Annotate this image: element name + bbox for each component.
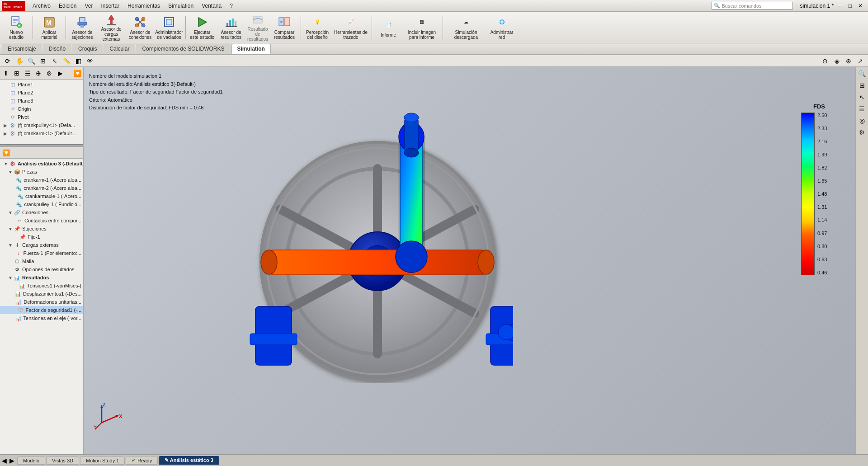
tree-crankpulley-piece[interactable]: 🔩 crankpulley-1 (-Fundició... [0,200,83,208]
lp-btn-play[interactable]: ▶ [55,68,65,78]
toolbar-simulacion-descargada[interactable]: ☁ Simulación descargada [446,14,486,41]
tree-plane1[interactable]: ◫ Plane1 [0,80,83,89]
bottom-tab-analisis[interactable]: ✎ Análisis estático 3 [159,456,219,465]
menu-insertar[interactable]: Insertar [97,2,123,10]
vp-view-btn[interactable]: 👁 [85,56,95,66]
bottom-tab-nav-right[interactable]: ▶ [9,457,14,464]
menu-ventana[interactable]: Ventana [198,2,225,10]
tree-crankarm2-piece[interactable]: 🔩 crankarm-2 (-Acero alea... [0,184,83,192]
lp-btn-list[interactable]: ☰ [23,68,33,78]
tab-simulation[interactable]: Simulation [231,44,271,54]
toolbar-incluir-imagen[interactable]: 🖼 Incluir imagen para informe [404,14,440,41]
lp2-btn-filter[interactable]: 🔽 [1,148,11,158]
origin-expand [4,107,8,111]
tree-pivot[interactable]: ⟳ Pivot [0,113,83,121]
svg-point-57 [404,113,419,122]
vp-extra2[interactable]: ◈ [832,56,842,66]
tree-plane3[interactable]: ◫ Plane3 [0,97,83,105]
window-maximize[interactable]: □ [847,3,854,9]
bottom-tab-nav-left[interactable]: ◀ [2,457,7,464]
bottom-tab-modelo[interactable]: Modelo [17,457,45,465]
tree-contactos[interactable]: ↔ Contactos entre compor... [0,217,83,225]
vp-measure-btn[interactable]: 📏 [61,56,71,66]
tree-deformaciones[interactable]: 📊 Deformaciones unitarias... [0,298,83,306]
vp-fit-btn[interactable]: ⊞ [38,56,48,66]
tree-resultados[interactable]: ▼ 📊 Resultados [0,273,83,282]
menu-help[interactable]: ? [226,2,236,10]
menu-archivo[interactable]: Archivo [29,2,54,10]
menu-simulation[interactable]: Simulation [165,2,197,10]
toolbar-comparar-resultados[interactable]: ≈ Comparar resultados [271,14,298,41]
rp-btn-6[interactable]: ⚙ [857,127,867,137]
tree-tensiones-eje[interactable]: 📊 Tensiones en el eje (-vor... [0,314,83,322]
lp-btn-grid[interactable]: ⊞ [12,68,22,78]
tree-piezas[interactable]: ▼ 📦 Piezas [0,168,83,176]
toolbar-nuevo-estudio[interactable]: + Nuevo estudio [3,14,30,41]
toolbar-resultado-deformada[interactable]: Resultado de resultados [246,14,269,41]
toolbar-asesor-sujeciones[interactable]: Asesor de sujeciones [69,14,96,41]
crankpulleyp-icon: 🔩 [15,201,23,208]
toolbar-aplicar-material[interactable]: M Aplicar material [36,14,63,41]
tree-origin[interactable]: ✛ Origin [0,105,83,113]
rp-btn-5[interactable]: ◎ [857,116,867,126]
toolbar-asesor-resultados[interactable]: Asesor de resultados [217,14,245,41]
tree-malla[interactable]: ⬡ Malla [0,257,83,265]
tree-tensiones1[interactable]: 📊 Tensiones1 (-vonMises-) [0,282,83,290]
vp-extra4[interactable]: ↗ [855,56,865,66]
tree-crankpulley1[interactable]: ▶ ⚙ (f) crankpulley<1> (Defa... [0,121,83,129]
tree-analisis-root[interactable]: ▼ ⚙ Análisis estático 3 (-Default-) [0,160,83,168]
menu-edicion[interactable]: Edición [55,2,80,10]
toolbar-herramientas-trazado[interactable]: 📈 Herramientas de trazado [333,14,369,41]
tab-croquis[interactable]: Croquis [72,44,103,54]
3d-viewport[interactable]: Nombre del modelo:simulacion 1 Nombre de… [84,67,855,454]
tree-desplazamientos1[interactable]: 📊 Desplazamientos1 (-Des... [0,290,83,298]
tree-plane2[interactable]: ◫ Plane2 [0,89,83,97]
rp-btn-1[interactable]: 🔍 [857,69,867,79]
tree-sujeciones[interactable]: ▼ 📌 Sujeciones [0,225,83,233]
bottom-tab-motion-study[interactable]: Motion Study 1 [80,457,125,465]
tab-complementos[interactable]: Complementos de SOLIDWORKS [136,44,230,54]
vp-select-btn[interactable]: ↖ [50,56,60,66]
lp-btn-filter[interactable]: 🔽 [72,68,82,78]
menu-ver[interactable]: Ver [81,2,96,10]
vp-zoom-btn[interactable]: 🔍 [26,56,36,66]
tree-conexiones[interactable]: ▼ 🔗 Conexiones [0,208,83,217]
bottom-tab-ready[interactable]: ✔ Ready [126,456,158,465]
vp-extra3[interactable]: ⊛ [844,56,854,66]
tab-calcular[interactable]: Calcular [104,44,135,54]
vp-section-btn[interactable]: ◧ [73,56,83,66]
tree-crankarm1[interactable]: ▶ ⚙ (f) crankarm<1> (Default... [0,129,83,137]
tree-fijo1[interactable]: 📌 Fijo-1 [0,233,83,241]
toolbar-asesor-conexiones[interactable]: Asesor de conexiones [127,14,154,41]
toolbar-administrador-vaciados[interactable]: Administrador de vaciados [156,14,183,41]
cargas-externas-label: Asesor de cargas externas [99,27,123,42]
vp-rotate-btn[interactable]: ⟳ [3,56,13,66]
tree-crankarmaxle-piece[interactable]: 🔩 crankarmaxle-1 (-Acero... [0,192,83,200]
window-close[interactable]: ✕ [856,3,864,9]
rp-btn-3[interactable]: ↖ [857,92,867,102]
tree-opciones-resultados[interactable]: ⚙ Opciones de resultados [0,265,83,273]
rp-btn-2[interactable]: ⊞ [857,80,867,90]
tab-diseno[interactable]: Diseño [43,44,71,54]
tab-ensamblaje[interactable]: Ensamblaje [2,44,42,54]
menu-herramientas[interactable]: Herramientas [124,2,164,10]
toolbar-administrar-red[interactable]: 🌐 Administrar red [488,14,515,41]
lp-btn-up[interactable]: ⬆ [1,68,11,78]
analisis-root-icon: ⚙ [9,160,16,167]
tree-crankarm1-piece[interactable]: 🔩 crankarm-1 (-Acero alea... [0,176,83,184]
lp-btn-add[interactable]: ⊕ [33,68,43,78]
lp-btn-remove[interactable]: ⊗ [44,68,54,78]
bottom-tab-vistas3d[interactable]: Vistas 3D [46,457,79,465]
search-box[interactable]: 🔍 Buscar comandos [712,2,793,9]
toolbar-percepcion-diseno[interactable]: 💡 Percepción del diseño [304,14,331,41]
toolbar-cargas-externas[interactable]: Asesor de cargas externas [98,14,125,41]
tree-cargas-externas[interactable]: ▼ ⬇ Cargas externas [0,241,83,249]
window-minimize[interactable]: ─ [836,3,844,9]
tree-fuerza1[interactable]: ↓ Fuerza-1 (Por elemento:... [0,249,83,257]
vp-pan-btn[interactable]: ✋ [14,56,24,66]
toolbar-informe[interactable]: 📑 Informe [375,14,402,41]
rp-btn-4[interactable]: ☰ [857,104,867,114]
tree-factor-seguridad1[interactable]: 🛡 Factor de seguridad1 (-... [0,306,83,314]
vp-extra1[interactable]: ⊙ [820,56,830,66]
toolbar-ejecutar-estudio[interactable]: Ejecutar este estudio [189,14,216,41]
